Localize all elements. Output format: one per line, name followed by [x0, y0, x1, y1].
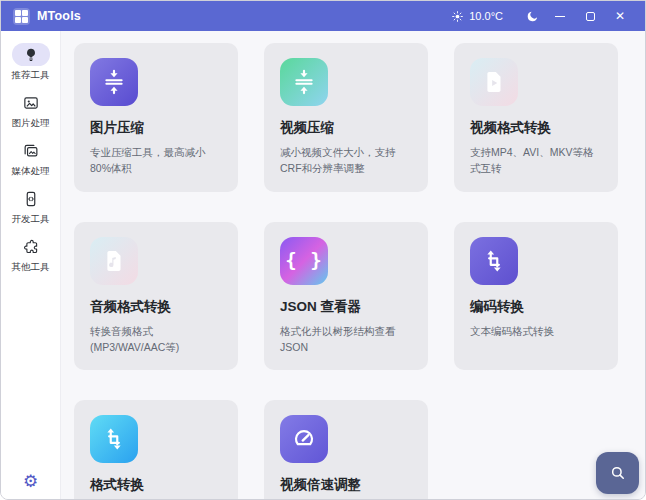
card-video-speed-adjustment[interactable]: 视频倍速调整 调整视频播放速度(0.1x-10x) — [264, 400, 428, 499]
sidebar-item-label: 媒体处理 — [12, 165, 50, 178]
card-title: 格式转换 — [90, 476, 222, 494]
card-image-compression[interactable]: 图片压缩 专业压缩工具，最高减小80%体积 — [74, 43, 238, 192]
braces-icon: { } — [280, 237, 328, 285]
card-format-conversion[interactable]: 格式转换 支持JPG、PNG、WebP等格式互转 — [74, 400, 238, 499]
card-description: 支持MP4、AVI、MKV等格式互转 — [470, 144, 602, 177]
titlebar: MTools 10.0°C ✕ — [1, 1, 645, 31]
card-title: 视频格式转换 — [470, 119, 602, 137]
sidebar-item-label: 开发工具 — [12, 213, 50, 226]
media-icon — [22, 142, 40, 160]
app-logo-icon — [13, 8, 30, 25]
close-button[interactable]: ✕ — [605, 3, 635, 29]
maximize-icon — [586, 12, 595, 21]
card-title: 图片压缩 — [90, 119, 222, 137]
video-file-icon — [470, 58, 518, 106]
image-icon — [22, 94, 40, 112]
card-description: 文本编码格式转换 — [470, 323, 602, 339]
sidebar: 推荐工具 图片处理 — [1, 31, 61, 499]
sidebar-item-media-processing[interactable]: 媒体处理 — [3, 139, 59, 178]
main-content: 图片压缩 专业压缩工具，最高减小80%体积 视频压缩 — [61, 31, 645, 499]
card-description: 专业压缩工具，最高减小80%体积 — [90, 144, 222, 177]
sidebar-item-image-processing[interactable]: 图片处理 — [3, 91, 59, 130]
gauge-icon — [280, 415, 328, 463]
sidebar-item-label: 图片处理 — [12, 117, 50, 130]
tool-grid: 图片压缩 专业压缩工具，最高减小80%体积 视频压缩 — [74, 43, 618, 499]
card-video-compression[interactable]: 视频压缩 减小视频文件大小，支持CRF和分辨率调整 — [264, 43, 428, 192]
sidebar-item-other-tools[interactable]: 其他工具 — [3, 235, 59, 274]
maximize-button[interactable] — [575, 3, 605, 29]
compress-icon — [90, 58, 138, 106]
card-description: 格式化并以树形结构查看 JSON — [280, 323, 412, 356]
card-title: JSON 查看器 — [280, 298, 412, 316]
card-title: 音频格式转换 — [90, 298, 222, 316]
weather-widget: 10.0°C — [451, 10, 503, 23]
card-description: 转换音频格式(MP3/WAV/AAC等) — [90, 323, 222, 356]
sidebar-item-recommended-tools[interactable]: 推荐工具 — [3, 43, 59, 82]
dev-code-icon — [22, 190, 40, 208]
sidebar-item-label: 推荐工具 — [12, 69, 50, 82]
card-description: 减小视频文件大小，支持CRF和分辨率调整 — [280, 144, 412, 177]
card-json-viewer[interactable]: { } JSON 查看器 格式化并以树形结构查看 JSON — [264, 222, 428, 371]
audio-file-icon — [90, 237, 138, 285]
sidebar-item-dev-tools[interactable]: 开发工具 — [3, 187, 59, 226]
moon-icon — [526, 10, 539, 23]
gear-icon[interactable]: ⚙ — [23, 473, 38, 490]
card-title: 编码转换 — [470, 298, 602, 316]
minimize-button[interactable] — [545, 3, 575, 29]
card-title: 视频压缩 — [280, 119, 412, 137]
card-title: 视频倍速调整 — [280, 476, 412, 494]
minimize-icon — [555, 16, 565, 17]
puzzle-icon — [22, 238, 40, 256]
compress-icon — [280, 58, 328, 106]
search-button[interactable] — [596, 452, 639, 494]
card-audio-format-conversion[interactable]: 音频格式转换 转换音频格式(MP3/WAV/AAC等) — [74, 222, 238, 371]
app-window: MTools 10.0°C ✕ — [0, 0, 646, 500]
close-icon: ✕ — [615, 10, 625, 22]
app-title: MTools — [37, 9, 81, 23]
sun-icon — [451, 10, 464, 23]
search-icon — [609, 464, 627, 482]
card-video-format-conversion[interactable]: 视频格式转换 支持MP4、AVI、MKV等格式互转 — [454, 43, 618, 192]
card-encoding-conversion[interactable]: 编码转换 文本编码格式转换 — [454, 222, 618, 371]
temperature-label: 10.0°C — [469, 10, 503, 22]
transform-icon — [470, 237, 518, 285]
theme-toggle-button[interactable] — [519, 3, 545, 29]
sidebar-item-label: 其他工具 — [12, 261, 50, 274]
lightbulb-icon — [22, 46, 40, 64]
transform-icon — [90, 415, 138, 463]
